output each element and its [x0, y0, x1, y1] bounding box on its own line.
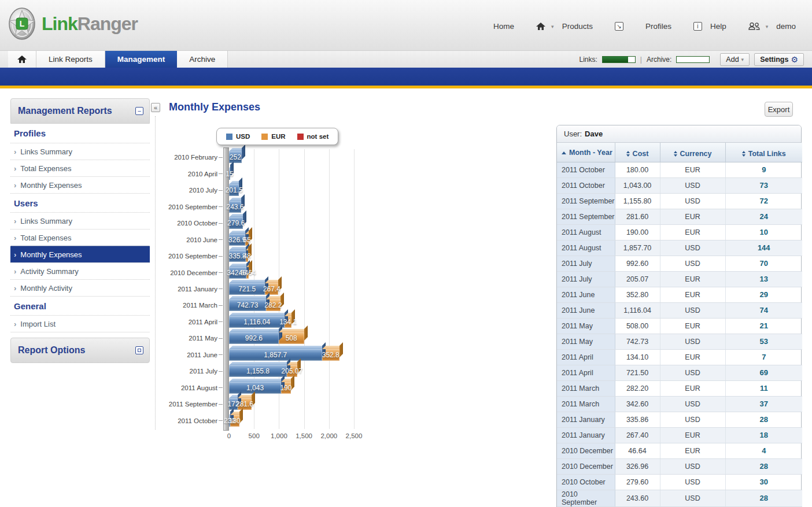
table-row[interactable]: 2011 May742.73USD53: [557, 334, 802, 349]
chart-bar-2010-september[interactable]: 243.6: [229, 201, 241, 213]
table-row[interactable]: 2011 October180.00EUR9: [557, 162, 802, 177]
bar-segment-usd[interactable]: 201.5: [229, 184, 239, 196]
chart-bar-2011-july[interactable]: 1,155.8205.07: [229, 365, 297, 377]
column-header-label: Month - Year: [569, 149, 612, 157]
bar-segment-eur[interactable]: 46.64: [246, 267, 249, 279]
column-header-total-links[interactable]: Total Links: [725, 143, 802, 162]
chart-bar-2010-september[interactable]: 335.848: [229, 250, 248, 262]
table-row[interactable]: 2011 September1,155.80USD72: [557, 193, 802, 209]
info-icon[interactable]: i: [693, 22, 702, 31]
chart-bar-2010-february[interactable]: 252: [229, 151, 242, 163]
table-row[interactable]: 2011 April721.50USD69: [557, 365, 802, 380]
sidebar-item-monthly-activity[interactable]: ›Monthly Activity: [10, 279, 150, 296]
bar-segment-eur[interactable]: 48: [246, 250, 248, 262]
sidebar-item-monthly-expenses[interactable]: ›Monthly Expenses: [10, 246, 150, 262]
users-icon[interactable]: [748, 23, 760, 30]
chart-bar-2011-june[interactable]: 1,857.7352.8: [229, 349, 339, 361]
table-row[interactable]: 2011 June352.80EUR29: [557, 287, 802, 302]
tab-link-reports[interactable]: Link Reports: [36, 51, 105, 68]
chart-bar-2010-june[interactable]: 326.965: [229, 234, 249, 246]
chart-bar-2011-may[interactable]: 992.6508: [229, 332, 304, 344]
bar-segment-usd[interactable]: 1,043: [229, 382, 281, 394]
bar-segment-eur[interactable]: 508: [279, 332, 304, 344]
sidebar-item-import-list[interactable]: ›Import List: [10, 315, 150, 332]
tab-management[interactable]: Management: [105, 51, 178, 68]
nav-home-link[interactable]: Home: [491, 21, 516, 32]
table-row[interactable]: 2011 January335.86USD28: [557, 412, 802, 427]
table-row[interactable]: 2010 September243.60USD28: [557, 490, 802, 506]
sidebar-item-activity-summary[interactable]: ›Activity Summary: [10, 262, 150, 279]
bar-segment-usd[interactable]: 279.6: [229, 217, 243, 229]
bar-segment-eur[interactable]: 267.4: [265, 283, 278, 295]
table-row[interactable]: 2011 September281.60EUR24: [557, 209, 802, 224]
chart-bar-2010-july[interactable]: 201.5: [229, 184, 239, 196]
expand-panel-icon[interactable]: [135, 346, 143, 354]
table-row[interactable]: 2011 June1,116.04USD74: [557, 302, 802, 318]
bar-segment-eur[interactable]: 205.07: [287, 365, 297, 377]
collapse-sidebar-icon[interactable]: «: [151, 103, 160, 112]
tab-archive[interactable]: Archive: [177, 51, 228, 68]
table-row[interactable]: 2011 October1,043.00USD73: [557, 177, 802, 193]
add-button[interactable]: Add▾: [720, 53, 750, 66]
sidebar-item-links-summary[interactable]: ›Links Summary: [10, 143, 150, 160]
bar-segment-usd[interactable]: 252: [229, 151, 242, 163]
column-header-month-year[interactable]: Month - Year: [557, 143, 615, 162]
bar-segment-usd[interactable]: 721.5: [229, 283, 265, 295]
settings-button[interactable]: Settings⚙: [754, 53, 804, 66]
table-row[interactable]: 2011 May508.00EUR21: [557, 318, 802, 334]
chart-bar-2010-october[interactable]: 279.6: [229, 217, 243, 229]
chart-bar-2011-october[interactable]: 230180: [229, 415, 239, 427]
bar-segment-usd[interactable]: 15: [229, 168, 230, 180]
app-logo[interactable]: L LinkRanger: [7, 6, 138, 42]
arrow-box-icon[interactable]: ↘: [615, 22, 623, 31]
sidebar-item-monthly-expenses[interactable]: ›Monthly Expenses: [10, 176, 150, 193]
bar-segment-eur[interactable]: 352.8: [322, 349, 339, 361]
legend-label: EUR: [271, 133, 285, 140]
bar-segment-eur[interactable]: 281.6: [238, 398, 252, 410]
bar-segment-eur[interactable]: 282.2: [266, 299, 280, 311]
chart-bar-2010-april[interactable]: 15: [229, 168, 230, 180]
bar-segment-usd[interactable]: 742.73: [229, 299, 266, 311]
home-icon[interactable]: [536, 23, 545, 31]
cell-total-links: 13: [725, 271, 802, 287]
collapse-panel-icon[interactable]: −: [135, 107, 143, 115]
tab-home[interactable]: [8, 51, 36, 68]
chart-bar-2011-january[interactable]: 721.5267.4: [229, 283, 278, 295]
user-dropdown-caret-icon[interactable]: ▾: [766, 24, 769, 29]
sidebar-item-total-expenses[interactable]: ›Total Expenses: [10, 160, 150, 176]
bar-segment-usd[interactable]: 992.6: [229, 332, 279, 344]
nav-products-link[interactable]: Products: [560, 21, 595, 32]
home-dropdown-caret-icon[interactable]: ▾: [551, 24, 554, 29]
table-row[interactable]: 2010 December326.96USD28: [557, 458, 802, 474]
table-row[interactable]: 2011 August190.00EUR10: [557, 224, 802, 240]
sidebar-item-links-summary[interactable]: ›Links Summary: [10, 212, 150, 229]
table-row[interactable]: 2010 October279.60USD30: [557, 474, 802, 490]
bar-segment-usd[interactable]: 1,857.7: [229, 349, 322, 361]
export-button[interactable]: Export: [765, 102, 793, 117]
chart-bar-2011-march[interactable]: 742.73282.2: [229, 299, 280, 311]
chart-bar-2010-december[interactable]: 342.6446.64: [229, 267, 249, 279]
table-row[interactable]: 2010 December46.64EUR4: [557, 443, 802, 458]
nav-help-link[interactable]: Help: [708, 21, 729, 32]
table-row[interactable]: 2011 January267.40EUR18: [557, 427, 802, 443]
bar-segment-usd[interactable]: 1,155.8: [229, 365, 287, 377]
column-header-cost[interactable]: Cost: [615, 143, 660, 162]
bar-segment-eur[interactable]: 180: [230, 415, 239, 427]
nav-user-menu[interactable]: demo: [774, 21, 798, 32]
bar-segment-usd[interactable]: 243.6: [229, 201, 241, 213]
bar-segment-eur[interactable]: 190: [281, 382, 290, 394]
bar-segment-usd[interactable]: 1,116.04: [229, 316, 285, 328]
table-row[interactable]: 2011 July992.60USD70: [557, 256, 802, 271]
column-header-currency[interactable]: Currency: [660, 143, 725, 162]
table-row[interactable]: 2011 March342.60USD37: [557, 396, 802, 412]
table-row[interactable]: 2011 August1,857.70USD144: [557, 240, 802, 256]
sidebar-splitter[interactable]: [155, 116, 156, 430]
archive-meter-label: Archive:: [647, 55, 671, 64]
chart-bar-2011-august[interactable]: 1,043190: [229, 382, 291, 394]
table-row[interactable]: 2011 July205.07EUR13: [557, 271, 802, 287]
nav-profiles-link[interactable]: Profiles: [643, 21, 674, 32]
table-row[interactable]: 2011 April134.10EUR7: [557, 349, 802, 365]
table-row[interactable]: 2011 March282.20EUR11: [557, 380, 802, 396]
bar-segment-eur[interactable]: 134.1: [285, 316, 291, 328]
sidebar-item-total-expenses[interactable]: ›Total Expenses: [10, 229, 150, 246]
